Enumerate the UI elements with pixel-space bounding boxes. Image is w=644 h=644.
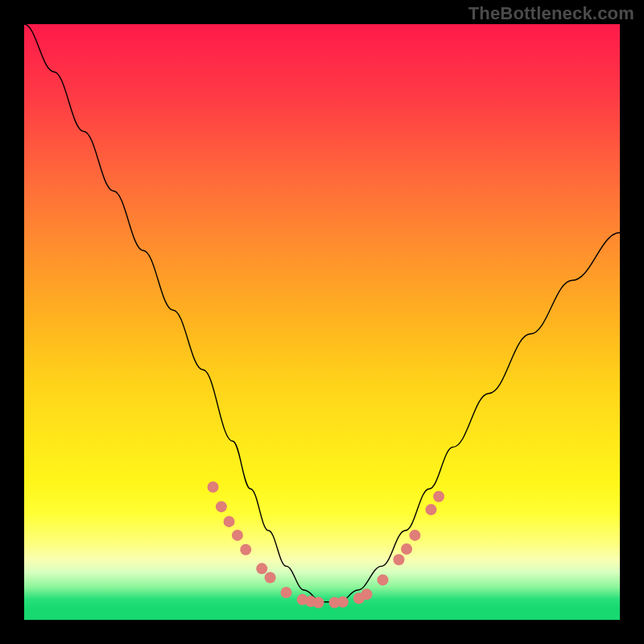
highlight-dot (208, 481, 219, 493)
highlight-dot (409, 530, 420, 541)
highlight-dot (313, 597, 324, 609)
chart-frame: TheBottleneck.com (0, 0, 644, 644)
chart-svg (24, 24, 620, 620)
highlight-dot (265, 572, 276, 583)
plot-area (24, 24, 620, 620)
highlight-dot (281, 587, 292, 598)
highlight-dot (377, 574, 388, 585)
highlight-dot (401, 543, 412, 555)
highlight-dot (232, 530, 243, 541)
highlight-dot (393, 554, 404, 565)
highlight-dot (216, 501, 227, 512)
highlight-dot (256, 563, 267, 574)
highlight-dot (337, 597, 349, 608)
watermark-text: TheBottleneck.com (469, 3, 634, 24)
highlight-dot (425, 504, 436, 515)
highlight-dot (240, 544, 251, 555)
highlight-dot (224, 516, 235, 527)
highlight-dot (433, 491, 444, 502)
highlight-dot (361, 588, 373, 600)
bottleneck-curve (24, 24, 620, 602)
highlight-dots (208, 481, 444, 609)
